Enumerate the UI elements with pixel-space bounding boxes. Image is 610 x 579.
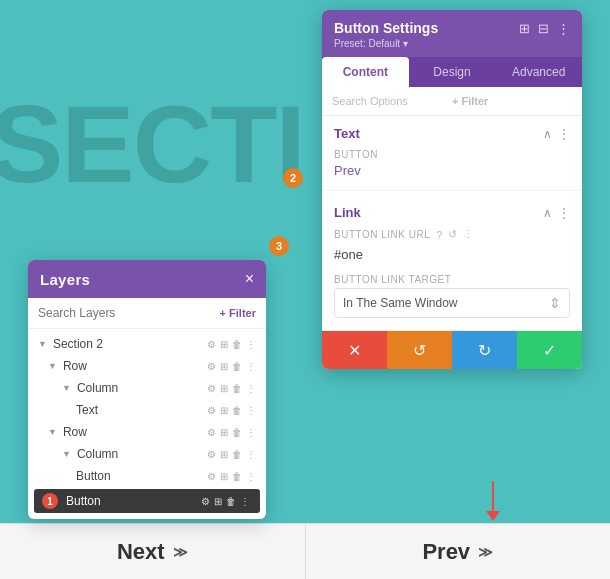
gear-icon[interactable]: ⚙ [207, 449, 216, 460]
copy-icon[interactable]: ⊞ [220, 471, 228, 482]
tree-row-icons: ⚙ ⊞ 🗑 ⋮ [207, 339, 256, 350]
gear-icon[interactable]: ⚙ [207, 427, 216, 438]
layers-title: Layers [40, 271, 90, 288]
trash-icon[interactable]: 🗑 [232, 427, 242, 438]
settings-body: Search Options + Filter Text ∧ ⋮ Button … [322, 87, 582, 369]
gear-icon[interactable]: ⚙ [207, 383, 216, 394]
tree-row-icons: ⚙ ⊞ 🗑 ⋮ [207, 471, 256, 482]
gear-icon[interactable]: ⚙ [207, 405, 216, 416]
bottom-buttons: Next ≫ Prev ≫ [0, 523, 610, 579]
url-value[interactable]: #one [322, 245, 582, 270]
text-section-title: Text [334, 126, 360, 141]
layers-close-button[interactable]: × [245, 270, 254, 288]
copy-icon[interactable]: ⊞ [220, 427, 228, 438]
more-options-icon[interactable]: ⋮ [557, 21, 570, 36]
section-more-icon[interactable]: ⋮ [558, 206, 570, 220]
tree-row-icons: ⚙ ⊞ 🗑 ⋮ [207, 449, 256, 460]
tree-row-icons: ⚙ ⊞ 🗑 ⋮ [207, 427, 256, 438]
tree-row-text[interactable]: Text ⚙ ⊞ 🗑 ⋮ [28, 399, 266, 421]
tab-design[interactable]: Design [409, 57, 496, 87]
settings-panel: Button Settings ⊞ ⊟ ⋮ Preset: Default ▾ … [322, 10, 582, 369]
more-icon[interactable]: ⋮ [463, 228, 474, 241]
grid-icon[interactable]: ⊞ [519, 21, 530, 36]
button-field-label: Button [334, 149, 570, 160]
reset-icon[interactable]: ↺ [448, 228, 457, 241]
more-icon[interactable]: ⋮ [246, 471, 256, 482]
tree-row-icons: ⚙ ⊞ 🗑 ⋮ [207, 405, 256, 416]
gear-icon[interactable]: ⚙ [207, 339, 216, 350]
layers-search-input[interactable] [38, 306, 212, 320]
collapse-icon[interactable]: ∧ [543, 127, 552, 141]
selection-badge: 1 [42, 493, 58, 509]
layers-search-bar: Filter [28, 298, 266, 329]
settings-preset[interactable]: Preset: Default ▾ [334, 38, 570, 57]
copy-icon[interactable]: ⊞ [220, 339, 228, 350]
copy-icon[interactable]: ⊞ [214, 496, 222, 507]
more-icon[interactable]: ⋮ [246, 449, 256, 460]
trash-icon[interactable]: 🗑 [232, 339, 242, 350]
copy-icon[interactable]: ⊞ [220, 383, 228, 394]
gear-icon[interactable]: ⚙ [201, 496, 210, 507]
more-icon[interactable]: ⋮ [246, 383, 256, 394]
gear-icon[interactable]: ⚙ [207, 361, 216, 372]
more-icon[interactable]: ⋮ [246, 361, 256, 372]
tree-label: Column [77, 381, 203, 395]
cancel-button[interactable]: ✕ [322, 331, 387, 369]
target-value: In The Same Window [343, 296, 458, 310]
link-section-title: Link [334, 205, 361, 220]
tree-row-row2[interactable]: ▼ Row ⚙ ⊞ 🗑 ⋮ [28, 421, 266, 443]
layers-filter-button[interactable]: Filter [220, 307, 256, 319]
save-button[interactable]: ✓ [517, 331, 582, 369]
button-field-value[interactable]: Prev [334, 163, 570, 178]
tree-row-row1[interactable]: ▼ Row ⚙ ⊞ 🗑 ⋮ [28, 355, 266, 377]
prev-button[interactable]: Prev ≫ [306, 523, 611, 579]
prev-label: Prev [422, 539, 470, 565]
section-controls: ∧ ⋮ [543, 206, 570, 220]
help-icon[interactable]: ? [436, 229, 442, 241]
settings-title: Button Settings [334, 20, 438, 36]
copy-icon[interactable]: ⊞ [220, 361, 228, 372]
trash-icon[interactable]: 🗑 [232, 383, 242, 394]
trash-icon[interactable]: 🗑 [232, 361, 242, 372]
section-more-icon[interactable]: ⋮ [558, 127, 570, 141]
target-select[interactable]: In The Same Window ⇕ [334, 288, 570, 318]
copy-icon[interactable]: ⊞ [220, 449, 228, 460]
settings-search-bar: Search Options + Filter [322, 87, 582, 116]
tree-row-section2[interactable]: ▼ Section 2 ⚙ ⊞ 🗑 ⋮ [28, 333, 266, 355]
more-icon[interactable]: ⋮ [246, 339, 256, 350]
text-field-group: Button Prev [322, 145, 582, 186]
arrow-indicator [486, 481, 500, 521]
gear-icon[interactable]: ⚙ [207, 471, 216, 482]
copy-icon[interactable]: ⊞ [220, 405, 228, 416]
tab-content[interactable]: Content [322, 57, 409, 87]
tree-label: Button [76, 469, 203, 483]
tree-row-column1[interactable]: ▼ Column ⚙ ⊞ 🗑 ⋮ [28, 377, 266, 399]
section-controls: ∧ ⋮ [543, 127, 570, 141]
trash-icon[interactable]: 🗑 [226, 496, 236, 507]
step-badge-2: 2 [283, 168, 303, 188]
settings-header: Button Settings ⊞ ⊟ ⋮ Preset: Default ▾ [322, 10, 582, 57]
tab-advanced[interactable]: Advanced [495, 57, 582, 87]
columns-icon[interactable]: ⊟ [538, 21, 549, 36]
tree-arrow: ▼ [48, 361, 57, 371]
redo-button[interactable]: ↻ [452, 331, 517, 369]
next-button[interactable]: Next ≫ [0, 523, 306, 579]
tree-row-icons: ⚙ ⊞ 🗑 ⋮ [207, 361, 256, 372]
collapse-icon[interactable]: ∧ [543, 206, 552, 220]
more-icon[interactable]: ⋮ [246, 427, 256, 438]
action-bar: ✕ ↺ ↻ ✓ [322, 330, 582, 369]
tree-row-button1[interactable]: Button ⚙ ⊞ 🗑 ⋮ [28, 465, 266, 487]
undo-button[interactable]: ↺ [387, 331, 452, 369]
tree-row-column2[interactable]: ▼ Column ⚙ ⊞ 🗑 ⋮ [28, 443, 266, 465]
tree-row-button2-selected[interactable]: 1 Button ⚙ ⊞ 🗑 ⋮ [34, 489, 260, 513]
more-icon[interactable]: ⋮ [246, 405, 256, 416]
more-icon[interactable]: ⋮ [240, 496, 250, 507]
next-chevrons: ≫ [173, 544, 188, 560]
settings-filter-button[interactable]: + Filter [452, 95, 572, 107]
trash-icon[interactable]: 🗑 [232, 471, 242, 482]
trash-icon[interactable]: 🗑 [232, 405, 242, 416]
trash-icon[interactable]: 🗑 [232, 449, 242, 460]
tree-arrow: ▼ [62, 449, 71, 459]
next-label: Next [117, 539, 165, 565]
link-section-header: Link ∧ ⋮ [322, 195, 582, 224]
